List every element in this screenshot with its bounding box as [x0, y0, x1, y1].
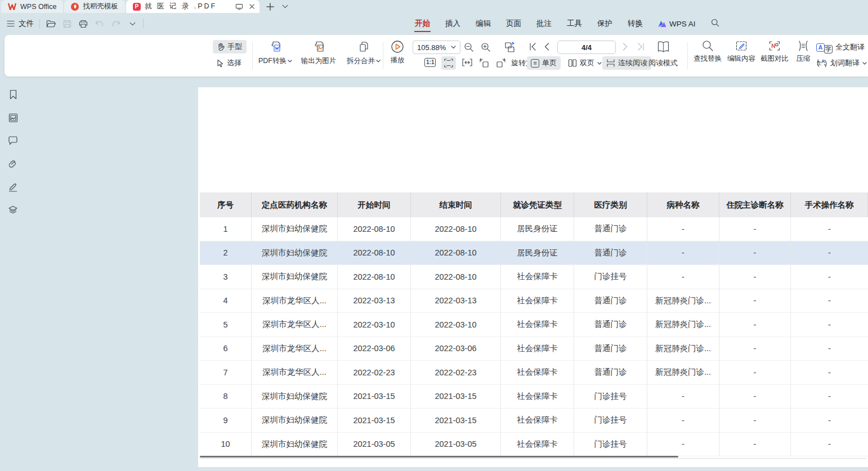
- menu-protect[interactable]: 保护: [597, 14, 613, 34]
- quickbar-more-chevron-icon[interactable]: [127, 19, 137, 29]
- previous-page-button[interactable]: [544, 43, 549, 51]
- table-cell: 2022-03-06: [411, 337, 501, 361]
- new-tab-icon[interactable]: [266, 3, 274, 11]
- table-cell: 居民身份证: [501, 217, 574, 241]
- document-horizontal-scrollbar[interactable]: [200, 456, 678, 457]
- first-page-button[interactable]: [529, 43, 536, 51]
- menu-comment[interactable]: 批注: [536, 14, 552, 34]
- bookmark-panel-button[interactable]: [7, 89, 19, 100]
- table-cell: -: [791, 385, 868, 409]
- table-cell: -: [719, 289, 791, 313]
- table-cell: 深圳市妇幼保健院: [252, 409, 338, 432]
- latin-a-glyph: A: [816, 43, 825, 52]
- screenshot-compare-button[interactable]: 截图对比: [759, 40, 790, 64]
- swap-pages-icon: [503, 41, 517, 54]
- edit-content-button[interactable]: 编辑内容: [726, 40, 757, 64]
- zoom-level-select[interactable]: 105.88%: [413, 41, 460, 54]
- table-cell: -: [647, 265, 719, 289]
- menu-wps-ai[interactable]: WPS AI: [657, 15, 696, 33]
- svg-text:文: 文: [817, 60, 822, 66]
- single-page-label: 单页: [542, 58, 557, 68]
- zoom-in-button[interactable]: [481, 42, 491, 52]
- print-button[interactable]: [78, 19, 88, 29]
- previous-page-icon: [544, 43, 549, 51]
- single-page-button[interactable]: = 单页: [527, 56, 561, 70]
- open-file-button[interactable]: [46, 19, 56, 29]
- column-header: 序号: [200, 192, 252, 217]
- read-mode-label[interactable]: 阅读模式: [648, 58, 678, 68]
- close-tab-icon[interactable]: [249, 3, 255, 10]
- thumbnail-panel-button[interactable]: [7, 112, 19, 123]
- table-cell: 深圳市妇幼保健院: [252, 385, 338, 409]
- rotate-left-button[interactable]: [478, 57, 490, 68]
- menu-home[interactable]: 开始: [414, 14, 431, 34]
- tab-document-active[interactable]: P 就 医 记 录 .PDF: [126, 0, 259, 13]
- table-cell: 深圳市龙华区人...: [252, 337, 338, 361]
- rotate-right-button[interactable]: [495, 57, 507, 68]
- replace-pages-button[interactable]: [503, 41, 517, 54]
- compress-button[interactable]: 压缩: [793, 40, 814, 64]
- rotate-right-icon: [495, 57, 507, 68]
- wps-ai-label: WPS AI: [669, 20, 696, 28]
- fit-page-button[interactable]: [441, 56, 456, 70]
- menubar-search-button[interactable]: [710, 14, 720, 34]
- tab-list-chevron-icon[interactable]: [282, 5, 288, 8]
- column-header: 定点医药机构名称: [252, 192, 338, 217]
- pdf-convert-button[interactable]: PDF转换: [255, 40, 296, 66]
- fit-width-icon: [462, 58, 473, 67]
- menu-page[interactable]: 页面: [505, 14, 522, 34]
- select-tool-button[interactable]: 选择: [213, 56, 247, 70]
- signature-panel-button[interactable]: [7, 181, 19, 192]
- table-cell: 普通门诊: [574, 217, 647, 241]
- table-cell: 2022-08-10: [411, 265, 501, 289]
- word-translate-button[interactable]: A 文 划词翻译: [816, 56, 867, 70]
- table-cell: 普通门诊: [574, 241, 647, 265]
- export-as-image-button[interactable]: 输出为图片: [296, 40, 341, 66]
- menu-tools[interactable]: 工具: [566, 14, 583, 34]
- paperclip-icon: [8, 159, 18, 169]
- comment-panel-button[interactable]: [7, 135, 19, 146]
- zoom-out-button[interactable]: [464, 42, 474, 52]
- double-page-button[interactable]: 双页: [564, 56, 606, 70]
- tab-docer[interactable]: 找稻壳模板: [64, 0, 125, 13]
- actual-size-button[interactable]: 1:1: [424, 58, 436, 67]
- compress-icon: [797, 40, 810, 52]
- fit-width-button[interactable]: [462, 58, 473, 67]
- present-to-screen-icon[interactable]: [235, 3, 243, 10]
- read-mode-book-icon[interactable]: [656, 41, 670, 53]
- ribbon-toolbar: 手型 选择 PDF转换 输出为图片 拆分合并: [5, 35, 868, 77]
- pdf-convert-icon: [269, 40, 283, 54]
- zoom-in-icon: [481, 42, 491, 52]
- column-header: 住院主诊断名称: [719, 192, 791, 217]
- layers-panel-button[interactable]: [7, 204, 19, 216]
- undo-button[interactable]: [95, 19, 105, 29]
- tab-wps-home[interactable]: WPS Office: [1, 0, 63, 13]
- chevron-down-icon: [288, 60, 292, 62]
- next-page-button[interactable]: [623, 43, 628, 51]
- full-text-translate-button[interactable]: A 字 全文翻译: [816, 41, 865, 54]
- page-number-input[interactable]: 4/4: [557, 41, 616, 54]
- menu-edit[interactable]: 编辑: [475, 14, 491, 34]
- table-cell: 深圳市龙华区人...: [252, 361, 338, 384]
- file-menu-button[interactable]: 文件: [7, 19, 34, 29]
- table-cell: -: [791, 241, 868, 265]
- menu-insert[interactable]: 插入: [445, 14, 461, 34]
- table-cell: 社会保障卡: [501, 313, 574, 337]
- play-presentation-button[interactable]: 播放: [386, 40, 409, 65]
- separator: [252, 42, 253, 69]
- last-page-button[interactable]: [637, 43, 645, 51]
- table-cell: 2021-03-15: [411, 385, 501, 409]
- pdf-convert-label: PDF转换: [258, 56, 287, 66]
- split-merge-button[interactable]: 拆分合并: [342, 40, 385, 66]
- table-cell: 深圳市龙华区人...: [252, 289, 338, 313]
- save-button[interactable]: [62, 19, 72, 29]
- continuous-reading-button[interactable]: 连续阅读: [602, 56, 651, 70]
- table-cell: 普通门诊: [574, 289, 647, 313]
- find-replace-button[interactable]: 查找替换: [692, 40, 723, 64]
- split-merge-icon: [357, 40, 371, 54]
- menu-convert[interactable]: 转换: [627, 14, 643, 34]
- docer-icon: [71, 3, 79, 11]
- hand-tool-button[interactable]: 手型: [213, 40, 247, 53]
- redo-button[interactable]: [111, 19, 121, 29]
- attachment-panel-button[interactable]: [7, 158, 19, 169]
